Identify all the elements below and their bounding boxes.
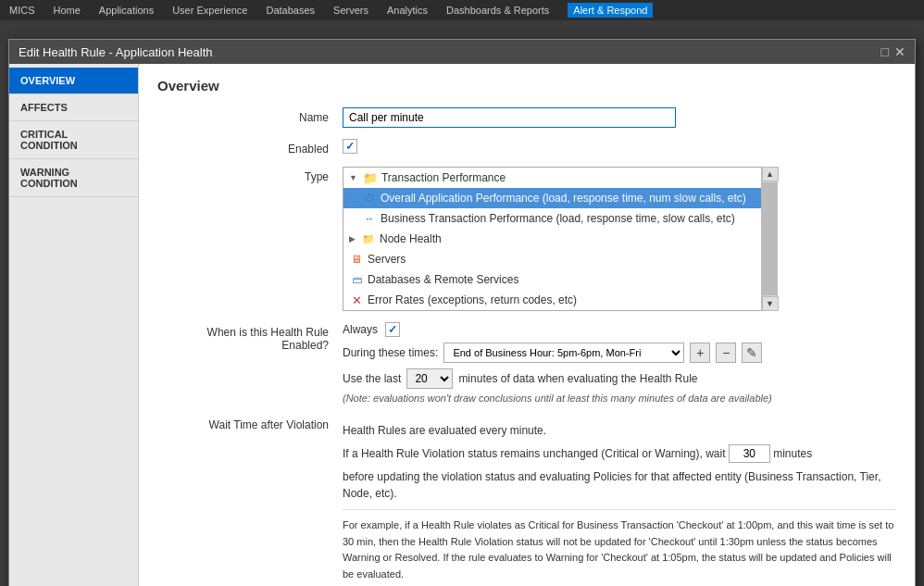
nav-databases[interactable]: Databases [267, 5, 316, 16]
logo: MICS [9, 5, 35, 16]
nav-alert-respond[interactable]: Alert & Respond [568, 3, 653, 18]
nav-applications[interactable]: Applications [99, 5, 154, 16]
nav-analytics[interactable]: Analytics [387, 5, 428, 16]
nav-dashboards[interactable]: Dashboards & Reports [446, 5, 549, 16]
nav-home[interactable]: Home [54, 5, 81, 16]
top-navigation: MICS Home Applications User Experience D… [0, 0, 924, 20]
nav-servers[interactable]: Servers [333, 5, 368, 16]
nav-user-experience[interactable]: User Experience [172, 5, 247, 16]
